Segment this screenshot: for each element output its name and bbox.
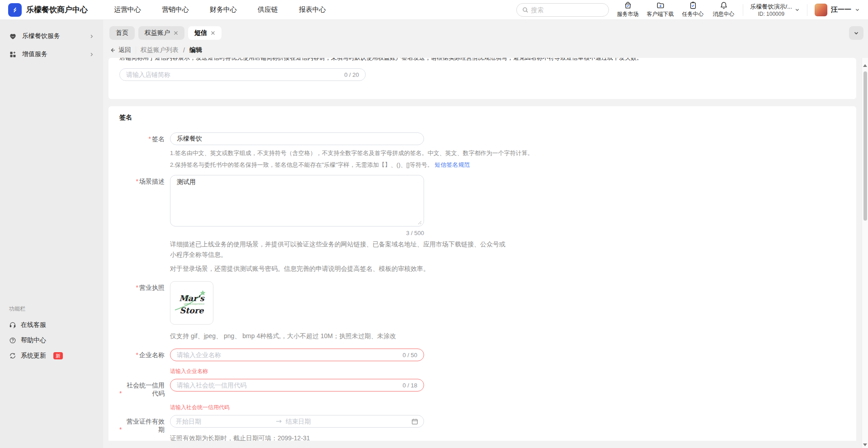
store-short-name-card: 店铺简称用于短信内容展示，发送短信时将优先使用店铺简称拼接在短信内容前，未填写时… <box>108 58 856 99</box>
sidebar-footer-label: 在线客服 <box>21 321 46 329</box>
svg-text:Mar's: Mar's <box>179 293 205 303</box>
vertical-scrollbar[interactable] <box>862 58 868 448</box>
mars-store-logo: Mar's LEMON Experience Store <box>172 283 212 323</box>
scroll-up-arrow[interactable] <box>862 64 868 67</box>
required-mark: * <box>136 351 138 359</box>
sidebar-item-value-added[interactable]: 增值服务 <box>0 45 103 63</box>
required-mark: * <box>136 283 138 292</box>
help-circle-icon <box>9 337 16 344</box>
quick-link-message-center[interactable]: 消息中心 <box>712 1 736 18</box>
license-image-upload[interactable]: Mar's LEMON Experience Store <box>170 281 213 325</box>
nav-report-center[interactable]: 报表中心 <box>299 5 326 14</box>
tab-label: 首页 <box>116 29 128 37</box>
license-tip: 仅支持 gif、jpeg、 png、 bmp 4种格式,，大小不超过 10M；执… <box>170 331 396 341</box>
validity-date-range-field[interactable] <box>170 415 424 428</box>
nav-finance-center[interactable]: 财务中心 <box>210 5 237 14</box>
headset-icon <box>9 321 16 329</box>
store-short-name-field[interactable]: 0 / 20 <box>119 68 366 81</box>
start-date-input[interactable] <box>176 418 272 425</box>
scene-desc-row: * 场景描述 测试用 3 / 500 详细描述已上线业务的使用场景，并提供可以验… <box>119 175 845 274</box>
sidebar-footer-label: 帮助中心 <box>21 336 46 344</box>
tab-sms[interactable]: 短信 <box>188 26 222 40</box>
quick-link-label: 任务中心 <box>682 10 704 18</box>
credit-code-field[interactable]: 0 / 18 <box>170 379 424 391</box>
sidebar-item-online-support[interactable]: 在线客服 <box>9 317 94 333</box>
field-label: * 企业名称 <box>119 349 165 359</box>
end-date-input[interactable] <box>286 418 408 425</box>
main-area: 首页 权益账户 短信 <box>103 20 868 448</box>
sidebar-item-system-update[interactable]: 系统更新 新 <box>9 348 94 363</box>
svg-text:LEMON Experience: LEMON Experience <box>184 303 204 305</box>
credit-code-input[interactable] <box>177 382 399 389</box>
nav-supply-chain[interactable]: 供应链 <box>258 5 278 14</box>
chevron-down-icon <box>854 30 859 36</box>
close-icon[interactable] <box>174 31 178 35</box>
calendar-icon[interactable] <box>411 418 418 425</box>
char-counter: 0 / 50 <box>402 352 417 358</box>
quick-link-service-market[interactable]: 服务市场 <box>616 1 640 18</box>
signature-input[interactable] <box>177 135 417 142</box>
back-button[interactable]: 返回 <box>109 46 131 54</box>
search-icon <box>522 7 528 13</box>
sidebar: 乐檬餐饮服务 增值服务 功能栏 在线客服 <box>0 20 103 448</box>
company-name-field[interactable]: 0 / 50 <box>170 349 424 361</box>
required-mark: * <box>119 425 122 434</box>
chevron-right-icon <box>89 34 94 39</box>
tab-home[interactable]: 首页 <box>109 26 135 40</box>
company-name-row: * 企业名称 0 / 50 <box>119 349 845 361</box>
new-badge: 新 <box>53 352 63 359</box>
topbar-divider <box>807 4 807 16</box>
field-label: * 社会统一信用代码 <box>119 379 165 397</box>
sms-signature-spec-link[interactable]: 短信签名规范 <box>435 161 470 168</box>
sidebar-item-help-center[interactable]: 帮助中心 <box>9 333 94 348</box>
search-box[interactable] <box>516 3 609 17</box>
nav-marketing-center[interactable]: 营销中心 <box>162 5 189 14</box>
scene-tip-2: 对于登录场景，还需提供测试账号密码。信息完善的申请说明会提高签名、模板的审核效率… <box>170 264 505 274</box>
signature-row: * 签名 1.签名由中文、英文或数字组成，不支持符号（含空格），不支持全数字签名… <box>119 132 845 170</box>
scrollbar-thumb[interactable] <box>863 71 867 221</box>
required-mark: * <box>136 177 138 185</box>
user-name: 汪一一 <box>831 5 851 14</box>
credit-code-row: * 社会统一信用代码 0 / 18 <box>119 379 845 397</box>
avatar <box>815 4 827 16</box>
clipped-text-line: 店铺简称用于短信内容展示，发送短信时将优先使用店铺简称拼接在短信内容前，未填写时… <box>119 58 845 61</box>
tab-label: 权益账户 <box>145 29 170 37</box>
close-icon[interactable] <box>211 31 215 35</box>
quick-link-label: 服务市场 <box>617 10 639 18</box>
breadcrumb-separator: / <box>183 47 185 54</box>
brand-logo-icon[interactable] <box>8 3 22 17</box>
field-label: * 签名 <box>119 132 165 143</box>
quick-link-task-center[interactable]: 任务中心 <box>681 1 705 18</box>
nav-operation-center[interactable]: 运营中心 <box>114 5 141 14</box>
back-label: 返回 <box>118 46 131 54</box>
tab-bar: 首页 权益账户 短信 <box>103 20 868 42</box>
user-menu[interactable]: 汪一一 <box>815 4 860 16</box>
credit-code-error: 请输入社会统一信用代码 <box>170 404 845 411</box>
char-counter: 0 / 18 <box>402 382 417 389</box>
resize-handle[interactable] <box>418 221 422 225</box>
merchant-switcher[interactable]: 乐檬餐饮演示/... ID: 100009 <box>750 3 800 17</box>
section-title: 签名 <box>119 113 845 122</box>
scroll-down-arrow[interactable] <box>862 443 868 446</box>
bell-icon <box>720 1 728 9</box>
chevron-right-icon <box>89 52 94 57</box>
client-download-icon <box>656 1 665 9</box>
sidebar-item-label: 乐檬餐饮服务 <box>22 32 89 40</box>
required-mark: * <box>119 389 122 397</box>
scene-desc-textarea[interactable]: 测试用 <box>170 175 424 226</box>
business-license-row: * 营业执照 Mar's LEMON Experience Store <box>119 281 845 341</box>
breadcrumb-list-link[interactable]: 权益账户列表 <box>141 46 179 54</box>
store-short-name-input[interactable] <box>126 71 340 78</box>
sidebar-item-lemon-services[interactable]: 乐檬餐饮服务 <box>0 27 103 45</box>
signature-tip-1: 1.签名由中文、英文或数字组成，不支持符号（含空格），不支持全数字签名及首字母拼… <box>170 149 533 158</box>
tab-overflow-button[interactable] <box>849 26 863 40</box>
merchant-name: 乐檬餐饮演示/... <box>750 3 792 11</box>
search-input[interactable] <box>531 6 603 14</box>
signature-tip-2: 2.保持签名与委托书中的签名保持一致，签名信息不能存在"乐檬"字样，无需添加【】… <box>170 160 533 170</box>
signature-field[interactable] <box>170 132 424 145</box>
content-scroll-area: 店铺简称用于短信内容展示，发送短信时将优先使用店铺简称拼接在短信内容前，未填写时… <box>103 58 868 448</box>
tab-rights-account[interactable]: 权益账户 <box>138 26 184 40</box>
company-name-input[interactable] <box>177 351 399 358</box>
signature-card: 签名 * 签名 1.签名由中文、英文或数字组成，不支持符号（含空格），不支持全数… <box>108 106 856 448</box>
quick-link-client-download[interactable]: 客户端下载 <box>647 1 674 18</box>
